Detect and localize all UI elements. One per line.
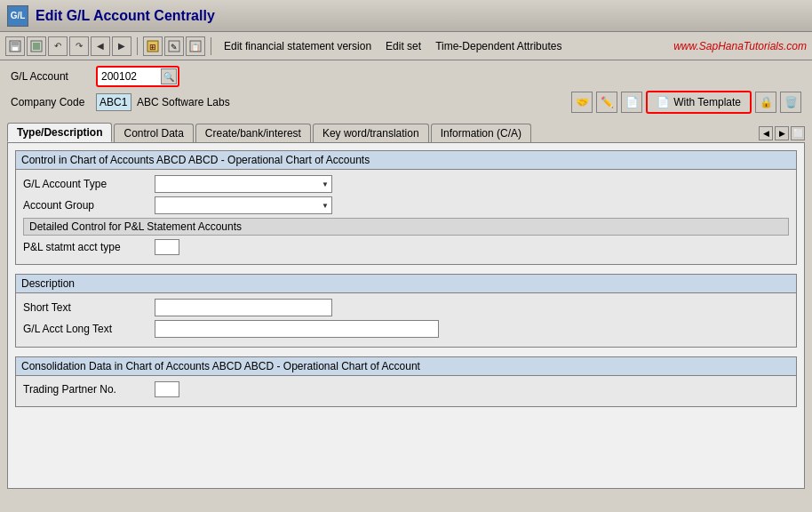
tab-keyword-translation[interactable]: Key word/translation (313, 124, 429, 142)
menu-edit-financial[interactable]: Edit financial statement version (224, 40, 371, 52)
toolbar-btn-4[interactable]: 📋 (186, 36, 205, 56)
tab-information[interactable]: Information (C/A) (431, 124, 531, 142)
trading-partner-label: Trading Partner No. (23, 383, 147, 396)
tab-type-description[interactable]: Type/Description (7, 123, 112, 142)
gl-account-type-dropdown[interactable]: ▼ (155, 175, 332, 193)
account-group-row: Account Group ▼ (23, 196, 789, 214)
delete-icon-button[interactable]: 🗑️ (780, 92, 801, 113)
prev-button[interactable]: ◀ (91, 36, 110, 56)
page-title: Edit G/L Account Centrally (36, 8, 215, 24)
toolbar-btn-2[interactable]: ⊞ (143, 36, 163, 56)
undo-button[interactable]: ↶ (48, 36, 68, 56)
redo-button[interactable]: ↷ (69, 36, 89, 56)
separator-1 (137, 37, 138, 55)
pl-statmt-row: P&L statmt acct type (23, 239, 789, 255)
pl-statmt-label: P&L statmt acct type (23, 241, 147, 253)
separator-2 (211, 37, 211, 55)
gl-account-type-arrow: ▼ (322, 180, 329, 188)
tab-nav-buttons: ◀ ▶ ⬜ (759, 126, 805, 140)
svg-rect-4 (33, 43, 40, 50)
gl-account-type-row: G/L Account Type ▼ (23, 175, 789, 193)
tab-prev-button[interactable]: ◀ (759, 126, 773, 140)
app-icon: G/L (7, 5, 28, 27)
long-text-row: G/L Acct Long Text (23, 320, 789, 338)
toolbar-btn-3[interactable]: ✎ (164, 36, 184, 56)
gl-account-type-label: G/L Account Type (23, 178, 147, 190)
control-chart-header: Control in Chart of Accounts ABCD ABCD -… (16, 151, 796, 170)
short-text-label: Short Text (23, 301, 147, 314)
svg-text:✎: ✎ (171, 43, 178, 52)
tab-expand-button[interactable]: ⬜ (791, 126, 805, 140)
trading-partner-row: Trading Partner No. (23, 381, 789, 397)
with-template-label: With Template (673, 96, 741, 108)
cc-buttons-area: 🤝 ✏️ 📄 With Template 🔒 🗑️ (571, 91, 801, 114)
long-text-input[interactable] (155, 320, 439, 338)
toolbar-btn-1[interactable] (27, 36, 46, 56)
gl-account-box: 🔍 (96, 66, 179, 87)
menu-bar: Edit financial statement version Edit se… (224, 40, 561, 52)
long-text-label: G/L Acct Long Text (23, 323, 147, 335)
company-code-label: Company Code (11, 96, 91, 108)
tabs-area: Type/Description Control Data Create/ban… (0, 119, 812, 142)
tab-control-data[interactable]: Control Data (114, 124, 193, 142)
lock-icon-button[interactable]: 🔒 (755, 92, 776, 113)
gl-account-search-button[interactable]: 🔍 (161, 68, 177, 84)
company-code-name: ABC Software Labs (137, 96, 230, 108)
description-section: Description Short Text G/L Acct Long Tex… (15, 274, 797, 348)
consolidation-section: Consolidation Data in Chart of Accounts … (15, 356, 797, 407)
account-group-label: Account Group (23, 199, 147, 212)
description-content: Short Text G/L Acct Long Text (16, 293, 796, 347)
gl-account-row: G/L Account 🔍 (7, 64, 805, 89)
svg-rect-1 (12, 41, 19, 45)
company-code-row: Company Code ABC Software Labs 🤝 ✏️ 📄 Wi… (7, 89, 805, 116)
title-bar: G/L Edit G/L Account Centrally (0, 0, 812, 32)
with-template-button[interactable]: With Template (646, 91, 752, 114)
short-text-row: Short Text (23, 299, 789, 316)
website-label: www.SapHanaTutorials.com (673, 40, 807, 52)
svg-text:⊞: ⊞ (149, 43, 156, 52)
handshake-icon-button[interactable]: 🤝 (571, 92, 593, 113)
short-text-input[interactable] (155, 299, 332, 316)
consolidation-content: Trading Partner No. (16, 376, 796, 406)
form-area: G/L Account 🔍 Company Code ABC Software … (0, 60, 812, 119)
pl-statmt-input[interactable] (155, 239, 179, 255)
tab-next-button[interactable]: ▶ (775, 126, 789, 140)
save-button[interactable] (5, 36, 25, 56)
menu-time-dependent[interactable]: Time-Dependent Attributes (435, 40, 561, 52)
description-header: Description (16, 275, 796, 293)
consolidation-header: Consolidation Data in Chart of Accounts … (16, 357, 796, 376)
account-group-dropdown[interactable]: ▼ (155, 196, 332, 214)
gl-account-input[interactable] (99, 69, 161, 84)
company-code-input[interactable] (96, 93, 131, 111)
tab-create-bank-interest[interactable]: Create/bank/interest (195, 124, 311, 142)
toolbar: ↶ ↷ ◀ ▶ ⊞ ✎ 📋 Edit financial statement v… (0, 32, 812, 60)
trading-partner-input[interactable] (155, 381, 179, 397)
new-page-icon-button[interactable]: 📄 (621, 92, 642, 113)
detailed-control-header: Detailed Control for P&L Statement Accou… (23, 218, 789, 236)
account-group-arrow: ▼ (322, 202, 329, 210)
menu-edit-set[interactable]: Edit set (386, 40, 421, 52)
svg-text:📋: 📋 (191, 43, 200, 52)
svg-rect-2 (12, 47, 18, 51)
next-button[interactable]: ▶ (112, 36, 131, 56)
control-chart-section: Control in Chart of Accounts ABCD ABCD -… (15, 150, 797, 265)
edit-icon-button[interactable]: ✏️ (596, 92, 617, 113)
main-content: Control in Chart of Accounts ABCD ABCD -… (7, 142, 805, 489)
gl-account-label: G/L Account (11, 70, 91, 83)
control-chart-content: G/L Account Type ▼ Account Group ▼ Detai… (16, 170, 796, 264)
